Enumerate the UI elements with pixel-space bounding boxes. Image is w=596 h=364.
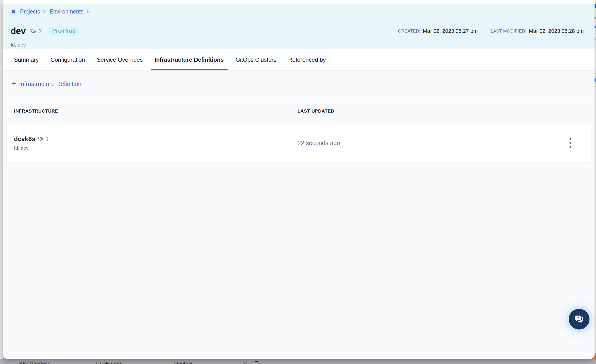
last-updated-cell: 22 seconds ago (298, 140, 340, 147)
column-header-infrastructure: INFRASTRUCTURE (14, 109, 298, 114)
background-fragment: K8s Manifest (19, 361, 49, 364)
sliver-dash (594, 38, 596, 40)
tab-infrastructure-definitions[interactable]: Infrastructure Definitions (151, 49, 228, 70)
env-tag-count: 2 (38, 28, 42, 35)
background-fragment: /deploy/ (174, 361, 192, 364)
page-title: dev (11, 26, 26, 36)
add-infrastructure-definition-button[interactable]: + Infrastructure Definition (12, 81, 82, 88)
toolbar: + Infrastructure Definition (7, 70, 591, 98)
sliver-dash (594, 4, 596, 8)
app-window: Projects > Environments > dev 2 Pre-Prod (3, 0, 595, 359)
background-window-right-sliver (594, 0, 596, 359)
breadcrumb-separator: > (43, 8, 46, 15)
infrastructure-name: devk8s (14, 135, 35, 143)
sliver-dash (594, 78, 596, 82)
tags-icon (37, 136, 44, 142)
infrastructure-tags: 1 (37, 135, 49, 142)
infrastructure-tag-count: 1 (45, 135, 49, 142)
tab-bar: Summary Configuration Service Overrides … (3, 49, 595, 70)
screenshot-root: K8s Manifest { } <+inputs /deploy/ // Pr… (0, 0, 596, 364)
sliver-dash (594, 26, 596, 28)
env-meta: CREATED: Mar 02, 2023 05:27 pm LAST MODI… (398, 28, 584, 35)
modified-value: Mar 02, 2023 05:28 pm (529, 28, 584, 34)
table-row[interactable]: devk8s 1 Id: dev 22 seconds ago (7, 124, 591, 162)
meta-divider (484, 28, 484, 35)
plus-icon: + (12, 80, 16, 87)
background-window-bottom-strip: K8s Manifest { } <+inputs /deploy/ // (0, 359, 596, 364)
tab-summary[interactable]: Summary (10, 49, 43, 70)
sliver-dash (594, 17, 596, 19)
tab-referenced-by[interactable]: Referenced by (284, 49, 330, 70)
environment-header: Projects > Environments > dev 2 Pre-Prod (3, 4, 595, 49)
help-button[interactable]: ? (569, 309, 589, 329)
env-id: Id: dev (11, 42, 26, 48)
tab-service-overrides[interactable]: Service Overrides (93, 49, 147, 70)
created-label: CREATED: (398, 29, 420, 34)
breadcrumb: Projects > Environments > (10, 8, 90, 15)
modified-label: LAST MODIFIED: (491, 29, 526, 34)
breadcrumb-projects[interactable]: Projects (20, 8, 40, 15)
help-chat-icon: ? (573, 313, 585, 325)
breadcrumb-separator: > (87, 8, 90, 15)
tab-gitops-clusters[interactable]: GitOps Clusters (232, 49, 280, 70)
tab-content: + Infrastructure Definition INFRASTRUCTU… (3, 70, 595, 359)
background-window-left-sliver (0, 0, 3, 359)
title-row: dev 2 Pre-Prod CREATED: Mar 02, 2023 05:… (11, 26, 584, 36)
copy-icon (255, 361, 259, 364)
row-options-menu-button[interactable] (567, 136, 573, 150)
infrastructure-id: Id: dev (14, 145, 298, 151)
env-type-badge: Pre-Prod (47, 27, 81, 36)
breadcrumb-environments[interactable]: Environments (50, 8, 84, 15)
table-header-row: INFRASTRUCTURE LAST UPDATED (3, 98, 595, 124)
tags-icon (30, 28, 37, 35)
column-header-last-updated: LAST UPDATED (298, 109, 335, 114)
infrastructure-cell: devk8s 1 Id: dev (7, 135, 298, 151)
env-tags: 2 (30, 28, 42, 35)
svg-text:?: ? (577, 316, 579, 320)
created-value: Mar 02, 2023 05:27 pm (423, 28, 478, 34)
project-icon (10, 8, 17, 15)
background-fragment: // (244, 361, 247, 364)
tab-configuration[interactable]: Configuration (47, 49, 89, 70)
background-fragment: { } <+inputs (96, 361, 122, 364)
